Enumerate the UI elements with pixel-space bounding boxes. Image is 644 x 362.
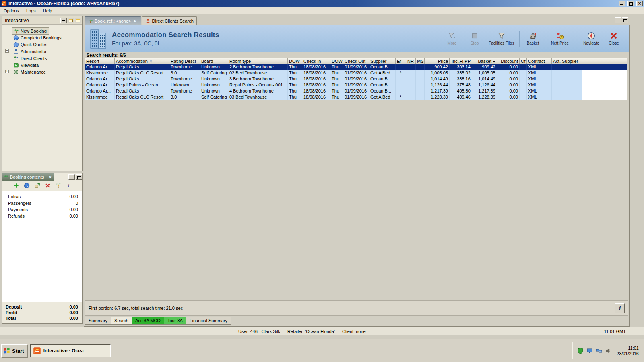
result-row[interactable]: Orlando Ar...Regal OaksTownhomeUnknown3 …	[85, 76, 627, 82]
booking-rows: Extras0.00Passengers0Payments0.00Refunds…	[2, 191, 82, 219]
tray-clock[interactable]: 11:01 23/01/2016	[614, 345, 639, 356]
volume-tray-icon[interactable]	[605, 348, 611, 354]
result-cell: 1,005.05	[425, 70, 450, 76]
result-row[interactable]: Orlando Ar...Regal Palms - Ocean ...Unkn…	[85, 82, 627, 88]
taskbar: Start Interactive - Ocea... 11:01 23/01/…	[0, 339, 644, 362]
column-header-label: Rating Descr	[171, 59, 196, 64]
mdi-maximize-button[interactable]	[622, 17, 628, 23]
close-button[interactable]	[636, 1, 643, 6]
navigate-button[interactable]: Navigate	[580, 31, 602, 46]
add-button[interactable]	[13, 182, 20, 189]
column-header-rating-descr[interactable]: Rating Descr	[169, 58, 200, 64]
sidebar-collapse-button[interactable]	[60, 18, 67, 23]
sidebar-item-direct-clients[interactable]: Direct Clients	[2, 55, 82, 62]
column-header-supplier[interactable]: Supplier	[369, 58, 396, 64]
column-header-basket[interactable]: Basket	[472, 58, 497, 64]
column-header-of[interactable]: Of	[520, 58, 527, 64]
result-cell: 01/09/2016	[343, 70, 369, 76]
column-header-ms[interactable]: MS	[416, 58, 425, 64]
booking-contents-title-bar[interactable]: Booking contents	[2, 173, 54, 181]
column-header-resort[interactable]: Resort	[85, 58, 115, 64]
column-header-er[interactable]: Er	[396, 58, 406, 64]
tab-close-icon[interactable]	[133, 18, 138, 23]
result-row[interactable]: KissimmeeRegal Oaks CLC Resort3.0Self Ca…	[85, 70, 627, 76]
sidebar-item-quick-quotes[interactable]: Quick Quotes	[2, 41, 82, 48]
mdi-minimize-button[interactable]	[615, 17, 621, 23]
sidebar-float-button[interactable]	[75, 18, 81, 23]
expand-icon[interactable]	[5, 49, 9, 53]
column-header-label: Room type	[229, 59, 251, 64]
booking-row[interactable]: Extras0.00	[2, 193, 82, 200]
column-header-dow[interactable]: DOW	[288, 58, 302, 64]
toolbar-button-label: Nett Price	[551, 41, 569, 45]
column-header-price[interactable]: Price	[425, 58, 450, 64]
tab-direct-clients-search[interactable]: Direct Clients Search	[142, 16, 197, 25]
menu-item-help[interactable]: Help	[39, 8, 56, 14]
booking-minimize-button[interactable]	[68, 174, 75, 180]
column-header-check-in[interactable]: Check In	[302, 58, 330, 64]
more-button[interactable]: More	[441, 31, 463, 46]
info-button[interactable]: i	[65, 182, 72, 189]
bottom-tab-financial-summary[interactable]: Financial Summary	[186, 317, 231, 325]
sidebar-item-maintenance[interactable]: Maintenance	[2, 68, 82, 75]
column-header-dow[interactable]: DOW	[330, 58, 343, 64]
basket-button[interactable]: Basket	[522, 31, 544, 46]
result-row[interactable]: Orlando Ar...Regal OaksTownhomeUnknown2 …	[85, 64, 627, 70]
column-header-check-out[interactable]: Check Out	[343, 58, 369, 64]
booking-row[interactable]: Refunds0.00	[2, 213, 82, 219]
column-header-board[interactable]: Board	[200, 58, 228, 64]
monitor-tray-icon[interactable]	[586, 348, 593, 354]
booking-summary-row: Deposit0.00	[6, 304, 78, 310]
network-tray-icon[interactable]	[596, 348, 602, 354]
menu-item-options[interactable]: Options	[0, 8, 23, 14]
column-header-filler	[582, 58, 627, 64]
booking-row-value: 0.00	[70, 207, 78, 212]
sidebar-item-new-booking[interactable]: New Booking	[2, 27, 82, 34]
info-button[interactable]: i	[615, 303, 625, 313]
minimize-button[interactable]	[619, 1, 625, 6]
sidebar-item-administrator[interactable]: Administrator	[2, 48, 82, 55]
nett-price-button[interactable]: £Nett Price	[545, 31, 575, 46]
column-header-contract[interactable]: Contract	[527, 58, 552, 64]
booking-close-button[interactable]	[47, 175, 53, 179]
bottom-tab-tour-3a[interactable]: Tour 3A	[164, 317, 186, 325]
booking-maximize-button[interactable]	[76, 174, 82, 180]
result-cell: Regal Oaks CLC Resort	[115, 70, 169, 76]
bottom-tab-summary[interactable]: Summary	[85, 317, 111, 325]
stop-button[interactable]: Stop	[464, 31, 485, 46]
toolbar-separator	[578, 31, 578, 47]
column-header-act-supplier[interactable]: Act. Supplier	[552, 58, 582, 64]
palm-button[interactable]	[55, 182, 62, 189]
close-button[interactable]: Close	[603, 31, 625, 46]
booking-row[interactable]: Passengers0	[2, 200, 82, 206]
booking-row[interactable]: Payments0.00	[2, 206, 82, 213]
column-header-nr[interactable]: NR	[406, 58, 416, 64]
clock-button[interactable]	[23, 182, 30, 189]
start-button[interactable]: Start	[1, 344, 27, 357]
column-header-room-type[interactable]: Room type	[228, 58, 288, 64]
expand-icon[interactable]	[5, 70, 9, 73]
shield-tray-icon[interactable]	[577, 348, 584, 354]
result-row[interactable]: KissimmeeRegal Oaks CLC Resort3.0Self Ca…	[85, 94, 627, 100]
transfer-button[interactable]	[34, 182, 41, 189]
taskbar-task-button[interactable]: Interactive - Ocea...	[30, 344, 111, 357]
menu-item-logs[interactable]: Logs	[23, 8, 39, 14]
sidebar-dock-button[interactable]	[68, 18, 74, 23]
result-cell: 3.0	[169, 70, 200, 76]
minimize-icon	[616, 21, 619, 21]
maximize-button[interactable]	[627, 1, 634, 6]
bottom-tab-search[interactable]: Search	[111, 317, 132, 325]
sidebar-item-completed-bookings[interactable]: Completed Bookings	[2, 34, 82, 41]
column-header-incl-fl-pp[interactable]: Incl.Fl.PP	[450, 58, 472, 64]
column-header-accommodation[interactable]: Accommodation	[115, 58, 169, 64]
bottom-tab-strip: SummarySearchAcc 3A MCOTour 3AFinancial …	[85, 317, 231, 325]
result-row-filler	[582, 82, 627, 88]
facilities-filter-button[interactable]: Facilities Filter	[486, 31, 517, 46]
tab-book-ref-none[interactable]: Book. ref.: <none>	[85, 16, 141, 25]
bottom-tab-acc-3a-mco[interactable]: Acc 3A MCO	[132, 317, 164, 325]
result-row[interactable]: Orlando Ar...Regal OaksTownhomeUnknown4 …	[85, 88, 627, 94]
booking-summary-value: 0.00	[70, 304, 78, 309]
sidebar-item-viewdata[interactable]: Viewdata	[2, 62, 82, 68]
column-header-discount[interactable]: Discount	[497, 58, 520, 64]
delete-button[interactable]	[44, 182, 51, 189]
